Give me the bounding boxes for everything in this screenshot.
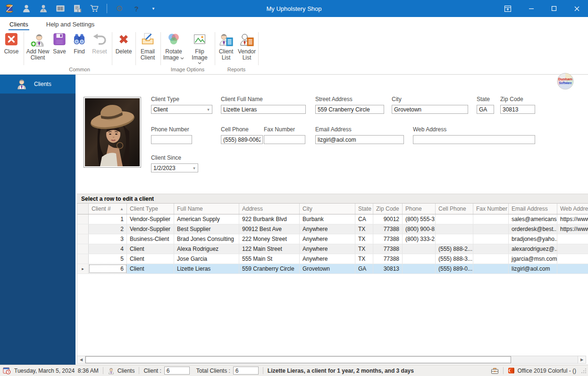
grid-cell[interactable] xyxy=(403,244,436,254)
grid-cell[interactable]: 555 Main St xyxy=(239,254,300,264)
minimize-button[interactable] xyxy=(520,0,543,17)
column-header-city[interactable]: City xyxy=(300,204,355,214)
grid-cell[interactable] xyxy=(473,244,509,254)
grid-cell[interactable]: 6 xyxy=(89,264,127,273)
grid-cell[interactable]: Anywhere xyxy=(300,254,355,264)
contact-outline-icon[interactable] xyxy=(38,3,49,14)
column-header-full-name[interactable]: Full Name xyxy=(174,204,239,214)
grid-cell[interactable]: (800) 900-8... xyxy=(403,224,436,234)
grid-cell[interactable]: Brad Jones Consulting xyxy=(174,234,239,244)
grid-row-6[interactable]: ▸6ClientLizette Lieras559 Cranberry Circ… xyxy=(77,264,588,274)
column-header-web-address[interactable]: Web Address xyxy=(557,204,588,214)
grid-cell[interactable]: sales@americans... xyxy=(509,214,557,224)
grid-cell[interactable]: Vendor-Supplier xyxy=(127,214,174,224)
grid-cell[interactable]: Anywhere xyxy=(300,224,355,234)
close-window-button[interactable] xyxy=(565,0,588,17)
status-total-clients-value-box[interactable]: 6 xyxy=(233,367,259,375)
grid-cell[interactable]: bradjones@yaho... xyxy=(509,234,557,244)
grid-cell[interactable]: 77388 xyxy=(373,254,403,264)
grid-cell[interactable]: American Supply xyxy=(174,214,239,224)
close-button[interactable]: Close xyxy=(1,32,21,55)
grid-cell[interactable] xyxy=(436,214,473,224)
grid-cell[interactable]: https://www... xyxy=(557,214,588,224)
client-since-select[interactable]: 1/2/2023 ▾ xyxy=(151,163,198,172)
invoice-icon[interactable]: $ xyxy=(72,3,83,14)
column-header-fax-number[interactable]: Fax Number xyxy=(473,204,509,214)
status-theme[interactable]: Office 2019 Colorful - () xyxy=(518,367,577,374)
add-new-client-button[interactable]: Add New Client xyxy=(25,32,50,61)
column-header-address[interactable]: Address xyxy=(239,204,300,214)
help-icon[interactable]: ? xyxy=(131,3,142,14)
grid-cell[interactable]: Alexa Rodriguez xyxy=(174,244,239,254)
column-header-zip-code[interactable]: Zip Code xyxy=(373,204,403,214)
grid-cell[interactable]: (800) 333-2... xyxy=(403,234,436,244)
grid-cell[interactable]: Client xyxy=(127,244,174,254)
grid-cell[interactable]: TX xyxy=(355,234,373,244)
status-client-value-box[interactable]: 6 xyxy=(164,367,190,375)
grid-cell[interactable]: Client xyxy=(127,254,174,264)
flip-image-button[interactable]: Flip Image xyxy=(186,32,213,64)
grid-cell[interactable] xyxy=(557,264,588,273)
grid-cell[interactable]: Grovetown xyxy=(300,264,355,273)
client-full-name-input[interactable] xyxy=(221,105,306,114)
grid-cell[interactable]: 77388 xyxy=(373,234,403,244)
sidebar-item-clients[interactable]: Clients xyxy=(0,75,76,94)
grid-cell[interactable]: TX xyxy=(355,224,373,234)
column-header-email-address[interactable]: Email Address xyxy=(509,204,557,214)
grid-cell[interactable]: 559 Cranberry Circle xyxy=(239,264,300,273)
grid-cell[interactable] xyxy=(557,234,588,244)
grid-cell[interactable] xyxy=(403,264,436,273)
grid-row-2[interactable]: 2Vendor-SupplierBest Supplier90912 Best … xyxy=(77,224,588,234)
grid-cell[interactable]: Vendor-Supplier xyxy=(127,224,174,234)
grid-cell[interactable]: Business-Client xyxy=(127,234,174,244)
scrollbar-track[interactable] xyxy=(511,356,578,363)
grid-cell[interactable]: 90012 xyxy=(373,214,403,224)
email-client-button[interactable]: Email Client xyxy=(137,32,159,61)
column-header-phone[interactable]: Phone xyxy=(403,204,436,214)
column-header-client-[interactable]: Client #▲ xyxy=(89,204,127,214)
grid-cell[interactable] xyxy=(436,224,473,234)
email-address-input[interactable] xyxy=(315,135,404,144)
grid-cell[interactable]: 5 xyxy=(89,254,127,264)
city-input[interactable] xyxy=(392,105,468,114)
grid-cell[interactable]: 3 xyxy=(89,234,127,244)
grid-cell[interactable] xyxy=(557,254,588,264)
grid-cell[interactable]: (800) 555-3... xyxy=(403,214,436,224)
state-input[interactable] xyxy=(477,105,494,114)
tab-help-and-settings[interactable]: Help and Settings xyxy=(45,18,96,30)
grid-cell[interactable]: 90912 Best Ave xyxy=(239,224,300,234)
find-button[interactable]: Find xyxy=(69,32,89,55)
grid-cell[interactable] xyxy=(557,244,588,254)
grid-cell[interactable]: Lizette Lieras xyxy=(174,264,239,273)
fax-number-input[interactable] xyxy=(264,135,305,144)
ribbon-toggle-button[interactable] xyxy=(496,0,519,17)
scrollbar-thumb[interactable] xyxy=(85,356,511,363)
grid-cell[interactable]: Anywhere xyxy=(300,234,355,244)
save-button[interactable]: Save xyxy=(50,32,68,55)
grid-cell[interactable] xyxy=(473,264,509,273)
grid-cell[interactable]: 222 Money Street xyxy=(239,234,300,244)
grid-cell[interactable] xyxy=(473,224,509,234)
cell-phone-input[interactable] xyxy=(221,135,263,144)
grid-cell[interactable]: GA xyxy=(355,264,373,273)
grid-cell[interactable]: TX xyxy=(355,254,373,264)
grid-cell[interactable]: 77388 xyxy=(373,244,403,254)
grid-cell[interactable]: jgarcia@msn.com xyxy=(509,254,557,264)
grid-cell[interactable] xyxy=(473,234,509,244)
rotate-image-button[interactable]: Rotate Image xyxy=(162,32,185,61)
grid-row-4[interactable]: 4ClientAlexa Rodriguez122 Main StreetAny… xyxy=(77,244,588,254)
grid-cell[interactable]: (555) 888-3... xyxy=(436,254,473,264)
barcode-icon[interactable] xyxy=(55,3,66,14)
grid-cell[interactable]: 922 Burbank Blvd xyxy=(239,214,300,224)
vendor-list-button[interactable]: Vendor List xyxy=(236,32,258,61)
tab-clients[interactable]: Clients xyxy=(8,18,29,30)
grid-cell[interactable]: 77388 xyxy=(373,224,403,234)
chevron-down-icon[interactable]: ▼ xyxy=(148,3,159,14)
grid-cell[interactable] xyxy=(473,214,509,224)
grid-cell[interactable]: Anywhere xyxy=(300,244,355,254)
grid-cell[interactable]: 30813 xyxy=(373,264,403,273)
grid-cell[interactable] xyxy=(473,254,509,264)
grid-cell[interactable]: 122 Main Street xyxy=(239,244,300,254)
grid-cell[interactable]: 2 xyxy=(89,224,127,234)
resize-grip[interactable] xyxy=(581,368,587,374)
